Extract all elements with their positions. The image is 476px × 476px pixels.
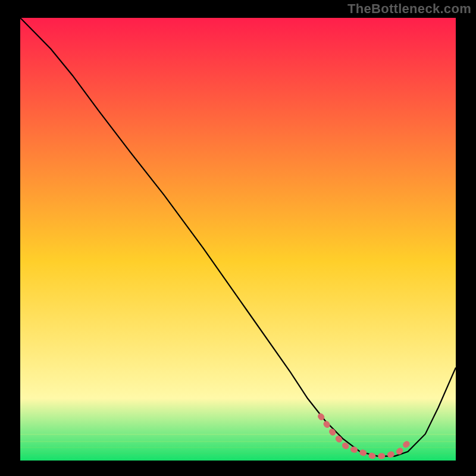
chart-plot-area bbox=[20, 18, 456, 461]
chart-svg bbox=[20, 18, 456, 461]
gradient-background bbox=[20, 18, 456, 461]
chart-frame: TheBottleneck.com bbox=[0, 0, 476, 476]
watermark-text: TheBottleneck.com bbox=[347, 1, 471, 17]
